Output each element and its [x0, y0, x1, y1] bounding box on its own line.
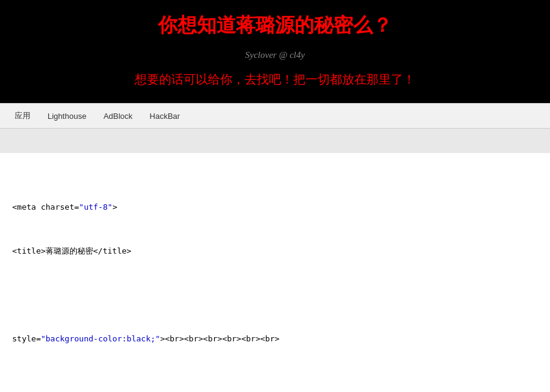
source-line-5: [12, 376, 538, 390]
toolbar-item-adblock[interactable]: AdBlock: [95, 108, 141, 124]
message-text: 想要的话可以给你，去找吧！把一切都放在那里了！: [0, 71, 550, 88]
chrome-toolbar: 应用 Lighthouse AdBlock HackBar: [0, 103, 550, 129]
source-line-3: [12, 288, 538, 302]
author-text: Syclover @ cl4y: [0, 50, 550, 60]
toolbar-item-hackbar[interactable]: HackBar: [141, 108, 188, 124]
toolbar-item-lighthouse[interactable]: Lighthouse: [39, 108, 95, 124]
toolbar-item-apps[interactable]: 应用: [6, 107, 39, 125]
source-line-2: <title>蒋璐源的秘密</title>: [12, 244, 538, 258]
source-view: <meta charset="utf-8"> <title>蒋璐源的秘密</ti…: [0, 153, 550, 392]
separator-area: [0, 129, 550, 153]
page-title: 你想知道蒋璐源的秘密么？: [0, 12, 550, 39]
source-line-4: style="background-color:black;"><br><br>…: [12, 332, 538, 346]
source-line-1: <meta charset="utf-8">: [12, 200, 538, 214]
header-banner: 你想知道蒋璐源的秘密么？ Syclover @ cl4y 想要的话可以给你，去找…: [0, 0, 550, 103]
